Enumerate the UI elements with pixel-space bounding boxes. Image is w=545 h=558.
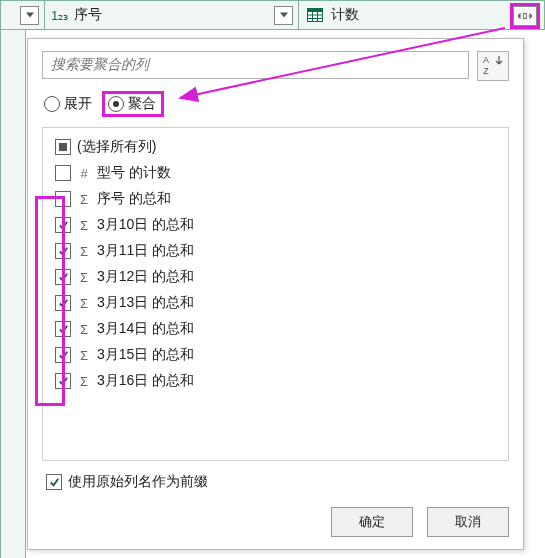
ok-button[interactable]: 确定 (331, 507, 413, 537)
expand-column-button-highlight (510, 3, 540, 29)
list-item[interactable]: Σ3月16日 的总和 (49, 368, 502, 394)
radio-aggregate-label: 聚合 (128, 95, 156, 113)
chevron-down-icon (26, 12, 34, 18)
list-item-checkbox[interactable] (55, 321, 71, 337)
check-icon (58, 298, 69, 309)
row-header-stub-3 (0, 330, 26, 481)
row-header-stub-1 (0, 30, 26, 181)
column-cell-index[interactable] (0, 0, 45, 30)
expand-aggregate-panel: 搜索要聚合的列 A Z 展开 (27, 38, 524, 550)
sort-down-icon (495, 56, 503, 66)
list-item[interactable]: Σ3月11日 的总和 (49, 238, 502, 264)
list-item[interactable]: Σ3月14日 的总和 (49, 316, 502, 342)
list-item-label: 3月15日 的总和 (97, 346, 194, 364)
list-item-label: 序号 的总和 (97, 190, 171, 208)
sort-z-label: Z (483, 67, 489, 76)
column-cell-计数[interactable]: 计数 (299, 0, 545, 30)
list-item-label: 3月10日 的总和 (97, 216, 194, 234)
row-header-stub-2 (0, 180, 26, 331)
sigma-icon: Σ (77, 374, 91, 389)
column-label-计数: 计数 (331, 6, 359, 24)
sigma-icon: Σ (77, 270, 91, 285)
list-item-checkbox[interactable] (55, 269, 71, 285)
list-item[interactable]: Σ3月15日 的总和 (49, 342, 502, 368)
expand-arrows-icon (518, 11, 532, 21)
list-item[interactable]: Σ序号 的总和 (49, 186, 502, 212)
expand-column-button[interactable] (513, 6, 537, 26)
radio-expand-circle (44, 96, 60, 112)
check-icon (58, 220, 69, 231)
check-icon (58, 376, 69, 387)
svg-rect-1 (308, 9, 323, 13)
column-headers: 1₂₃ 序号 计数 (0, 0, 545, 30)
table-type-icon (307, 8, 323, 22)
sigma-icon: Σ (77, 244, 91, 259)
list-item-checkbox[interactable] (55, 347, 71, 363)
list-item-checkbox[interactable] (55, 243, 71, 259)
list-item-label: 型号 的计数 (97, 164, 171, 182)
column-index-dropdown[interactable] (20, 6, 39, 25)
svg-rect-6 (524, 13, 527, 18)
list-item-checkbox[interactable] (55, 191, 71, 207)
count-icon: # (77, 166, 91, 181)
check-icon (58, 324, 69, 335)
list-item[interactable]: Σ3月12日 的总和 (49, 264, 502, 290)
radio-aggregate-highlight: 聚合 (102, 91, 164, 117)
sigma-icon: Σ (77, 348, 91, 363)
sigma-icon: Σ (77, 322, 91, 337)
check-icon (58, 350, 69, 361)
prefix-checkbox[interactable] (46, 474, 62, 490)
sigma-icon: Σ (77, 192, 91, 207)
prefix-option-row[interactable]: 使用原始列名作为前缀 (42, 473, 509, 491)
cancel-button[interactable]: 取消 (427, 507, 509, 537)
list-item-checkbox[interactable] (55, 373, 71, 389)
list-item-label: 3月16日 的总和 (97, 372, 194, 390)
column-label-序号: 序号 (74, 6, 102, 24)
check-icon (49, 477, 60, 488)
sigma-icon: Σ (77, 218, 91, 233)
column-cell-序号[interactable]: 1₂₃ 序号 (45, 0, 299, 30)
column-list: (选择所有列) #型号 的计数Σ序号 的总和Σ3月10日 的总和Σ3月11日 的… (42, 127, 509, 461)
radio-aggregate-circle (108, 96, 124, 112)
list-item[interactable]: #型号 的计数 (49, 160, 502, 186)
check-icon (58, 246, 69, 257)
prefix-label: 使用原始列名作为前缀 (68, 473, 208, 491)
cancel-button-label: 取消 (455, 513, 481, 531)
select-all-checkbox[interactable] (55, 139, 71, 155)
sort-button[interactable]: A Z (477, 51, 509, 81)
list-item-label: 3月11日 的总和 (97, 242, 194, 260)
list-item-label: 3月12日 的总和 (97, 268, 194, 286)
search-placeholder: 搜索要聚合的列 (51, 56, 149, 74)
list-item-checkbox[interactable] (55, 217, 71, 233)
radio-aggregate[interactable]: 聚合 (108, 95, 156, 113)
list-item[interactable]: Σ3月10日 的总和 (49, 212, 502, 238)
list-item-label: 3月14日 的总和 (97, 320, 194, 338)
number-type-icon: 1₂₃ (51, 8, 68, 23)
radio-expand-label: 展开 (64, 95, 92, 113)
search-input[interactable]: 搜索要聚合的列 (42, 51, 469, 79)
column-序号-dropdown[interactable] (274, 6, 293, 25)
ok-button-label: 确定 (359, 513, 385, 531)
select-all-row[interactable]: (选择所有列) (49, 134, 502, 160)
radio-expand[interactable]: 展开 (44, 95, 92, 113)
list-item-label: 3月13日 的总和 (97, 294, 194, 312)
list-item[interactable]: Σ3月13日 的总和 (49, 290, 502, 316)
sort-a-label: A (483, 56, 489, 66)
check-icon (58, 272, 69, 283)
select-all-label: (选择所有列) (77, 138, 156, 156)
list-item-checkbox[interactable] (55, 165, 71, 181)
sigma-icon: Σ (77, 296, 91, 311)
row-header-stub-4 (0, 480, 26, 558)
chevron-down-icon (280, 12, 288, 18)
list-item-checkbox[interactable] (55, 295, 71, 311)
